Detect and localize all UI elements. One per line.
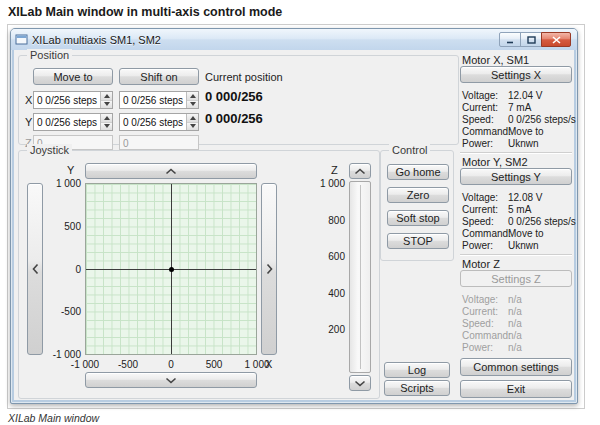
page-title: XILab Main window in multi-axis control …: [8, 5, 282, 19]
spin-up-button[interactable]: [101, 114, 112, 123]
joystick-group: Joystick Y: [18, 150, 380, 399]
spin-down-button[interactable]: [101, 101, 112, 109]
joystick-up-button[interactable]: [85, 163, 257, 179]
motor-x-title: Motor X, SM1: [462, 54, 529, 66]
x-axis-row-label: X: [25, 94, 32, 106]
x-current-position: 0 000/256: [205, 89, 263, 104]
motor-y-title: Motor Y, SM2: [462, 156, 528, 168]
joystick-down-button[interactable]: [85, 372, 257, 388]
separator: [460, 152, 572, 154]
joystick-group-label: Joystick: [27, 144, 72, 156]
minimize-icon: [506, 36, 514, 44]
spin-down-button[interactable]: [101, 123, 112, 131]
joystick-position-dot[interactable]: [169, 267, 174, 272]
z-tick: 600: [303, 251, 345, 262]
window-controls: [500, 32, 571, 47]
control-group: Control Go home Zero Soft stop STOP: [380, 150, 454, 261]
documentation-page: XILab Main window in multi-axis control …: [0, 0, 600, 425]
y-tick: -500: [39, 306, 81, 317]
exit-button[interactable]: Exit: [460, 380, 572, 398]
y-shift-spinbox[interactable]: 0 0/256 steps: [119, 113, 199, 131]
z-slider-groove: [360, 185, 361, 369]
triangle-up-icon: [190, 94, 196, 98]
z-down-button[interactable]: [349, 375, 371, 391]
spinbox-value: 0 0/256 steps: [120, 114, 186, 130]
x-target-spinbox[interactable]: 0 0/256 steps: [33, 91, 113, 109]
y-axis-row-label: Y: [25, 116, 32, 128]
z-tick: 800: [303, 215, 345, 226]
titlebar[interactable]: XILab multiaxis SM1, SM2: [11, 29, 577, 50]
spin-up-button[interactable]: [187, 92, 198, 101]
x-tick: -500: [106, 359, 150, 370]
motor-y-current-row: Current:5 mA: [462, 204, 531, 215]
zero-button[interactable]: Zero: [387, 187, 449, 203]
maximize-button[interactable]: [520, 32, 542, 47]
spin-up-button[interactable]: [187, 114, 198, 123]
triangle-down-icon: [104, 102, 110, 106]
triangle-up-icon: [190, 116, 196, 120]
spinbox-value: 0 0/256 steps: [34, 92, 100, 108]
motor-z-current-row: Current:n/a: [462, 306, 522, 317]
close-button[interactable]: [541, 32, 571, 47]
z-up-button[interactable]: [349, 163, 371, 179]
settings-y-button[interactable]: Settings Y: [460, 168, 572, 185]
joystick-y-axis-label: Y: [67, 164, 74, 176]
x-tick: 500: [192, 359, 236, 370]
motor-z-command-row: Command:n/a: [462, 330, 522, 341]
z-slider-track[interactable]: [349, 181, 371, 373]
chevron-right-icon: [266, 263, 273, 275]
joystick-x-axis-label: X: [265, 358, 272, 370]
field-value: 0: [120, 136, 198, 149]
chevron-down-icon: [354, 380, 366, 387]
chevron-up-icon: [354, 168, 366, 175]
joystick-plot[interactable]: [85, 183, 257, 355]
chevron-up-icon: [165, 168, 177, 175]
triangle-up-icon: [104, 116, 110, 120]
control-group-label: Control: [389, 144, 430, 156]
spin-down-button[interactable]: [187, 101, 198, 109]
spin-up-button[interactable]: [101, 92, 112, 101]
motor-z-title: Motor Z: [462, 258, 500, 270]
motor-z-speed-row: Speed:n/a: [462, 318, 522, 329]
position-group: Position Move to Shift on Current positi…: [18, 55, 459, 145]
y-target-spinbox[interactable]: 0 0/256 steps: [33, 113, 113, 131]
window-title: XILab multiaxis SM1, SM2: [32, 34, 161, 46]
spin-down-button[interactable]: [187, 123, 198, 131]
y-current-position: 0 000/256: [205, 111, 263, 126]
z-tick: 400: [303, 288, 345, 299]
soft-stop-button[interactable]: Soft stop: [387, 210, 449, 226]
client-area: Position Move to Shift on Current positi…: [14, 50, 574, 400]
spinbox-value: 0 0/256 steps: [120, 92, 186, 108]
motor-x-current-row: Current:7 mA: [462, 102, 531, 113]
screenshot-figure: XILab multiaxis SM1, SM2 Position: [7, 24, 585, 409]
stop-button[interactable]: STOP: [387, 233, 449, 249]
chevron-left-icon: [32, 263, 39, 275]
motor-z-voltage-row: Voltage:n/a: [462, 294, 522, 305]
common-settings-button[interactable]: Common settings: [460, 358, 572, 376]
settings-x-button[interactable]: Settings X: [460, 66, 572, 83]
triangle-up-icon: [104, 94, 110, 98]
current-position-label: Current position: [205, 71, 283, 83]
joystick-z-axis-label: Z: [331, 164, 338, 176]
move-to-button[interactable]: Move to: [33, 68, 113, 85]
scripts-button[interactable]: Scripts: [384, 380, 450, 396]
position-group-label: Position: [27, 49, 72, 61]
z-shift-field: 0: [119, 135, 199, 150]
motor-x-power-row: Power:Uknwn: [462, 138, 539, 149]
joystick-right-button[interactable]: [261, 183, 277, 355]
triangle-down-icon: [190, 124, 196, 128]
motor-x-command-row: Command:Move to: [462, 126, 544, 137]
triangle-down-icon: [190, 102, 196, 106]
log-button[interactable]: Log: [384, 362, 450, 378]
spinbox-value: 0 0/256 steps: [34, 114, 100, 130]
z-tick: 200: [303, 324, 345, 335]
shift-on-button[interactable]: Shift on: [119, 68, 199, 85]
x-shift-spinbox[interactable]: 0 0/256 steps: [119, 91, 199, 109]
motor-y-voltage-row: Voltage:12.08 V: [462, 192, 542, 203]
go-home-button[interactable]: Go home: [387, 164, 449, 180]
y-tick: 0: [39, 264, 81, 275]
minimize-button[interactable]: [499, 32, 521, 47]
motor-z-power-row: Power:n/a: [462, 342, 522, 353]
xilab-window: XILab multiaxis SM1, SM2 Position: [10, 28, 578, 404]
app-icon: [15, 33, 28, 46]
